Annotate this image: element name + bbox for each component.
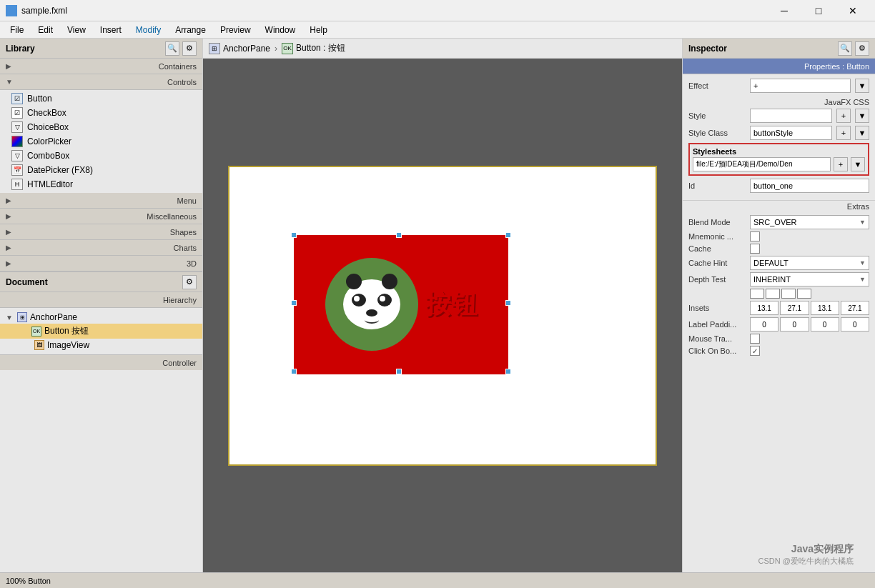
menu-insert[interactable]: Insert xyxy=(93,24,129,36)
insets-val4[interactable]: 27.1 xyxy=(841,301,869,315)
section-shapes[interactable]: ▶ Shapes xyxy=(0,224,202,240)
menu-help[interactable]: Help xyxy=(302,24,335,36)
style-field[interactable] xyxy=(750,109,832,123)
inspector-search-button[interactable]: 🔍 xyxy=(838,41,852,56)
section-3d[interactable]: ▶ 3D xyxy=(0,256,202,271)
label-pad-val4[interactable]: 0 xyxy=(841,317,869,332)
style-plus[interactable]: + xyxy=(836,109,851,123)
style-dropdown[interactable]: ▼ xyxy=(855,109,869,123)
menu-view[interactable]: View xyxy=(60,24,93,36)
mouse-tra-checkbox[interactable] xyxy=(750,334,760,344)
inspector-settings-button[interactable]: ⚙ xyxy=(855,41,869,56)
stylesheets-field[interactable]: file:/E:/预IDEA项目/Demo/Den xyxy=(693,157,831,171)
document-settings-button[interactable]: ⚙ xyxy=(182,275,197,289)
mnemonic-checkbox[interactable] xyxy=(750,231,760,241)
handle-bm[interactable] xyxy=(396,369,402,374)
combobox-item-icon: ▽ xyxy=(11,150,23,161)
cache-hint-select[interactable]: DEFAULT ▼ xyxy=(750,256,869,270)
item-combobox[interactable]: ▽ ComboBox xyxy=(0,149,202,163)
library-search-button[interactable]: 🔍 xyxy=(165,41,179,56)
bottom-status: 100% Button xyxy=(6,577,51,585)
insets-values: 13.1 27.1 13.1 27.1 xyxy=(750,301,869,315)
menu-modify[interactable]: Modify xyxy=(129,24,168,36)
menu-edit[interactable]: Edit xyxy=(31,24,60,36)
cache-hint-label: Cache Hint xyxy=(688,259,746,267)
insets-val3[interactable]: 13.1 xyxy=(811,301,839,315)
insets-check1[interactable] xyxy=(750,289,764,299)
click-on-bo-checkbox[interactable]: ✓ xyxy=(750,346,760,356)
breadcrumb-anchorpane-label: AnchorPane xyxy=(223,44,270,54)
styleclass-field[interactable]: buttonStyle xyxy=(750,126,832,140)
properties-text: Properties : Button xyxy=(804,62,869,71)
handle-ml[interactable] xyxy=(291,300,297,306)
tree-anchorpane[interactable]: ▼ ⊞ AnchorPane xyxy=(0,311,202,324)
close-button[interactable]: ✕ xyxy=(836,0,869,21)
minimize-button[interactable]: ─ xyxy=(768,0,801,21)
depth-test-label: Depth Test xyxy=(688,275,746,284)
item-choicebox[interactable]: ▽ ChoiceBox xyxy=(0,120,202,134)
section-misc[interactable]: ▶ Miscellaneous xyxy=(0,209,202,224)
label-pad-val2[interactable]: 0 xyxy=(780,317,809,332)
design-canvas[interactable]: 按钮 xyxy=(228,166,657,466)
menu-preview[interactable]: Preview xyxy=(213,24,258,36)
item-checkbox[interactable]: ☑ CheckBox xyxy=(0,106,202,120)
maximize-button[interactable]: □ xyxy=(802,0,835,21)
effect-plus: + xyxy=(753,81,758,90)
item-button[interactable]: ☑ Button xyxy=(0,91,202,106)
menu-file[interactable]: File xyxy=(3,24,31,36)
handle-mr[interactable] xyxy=(505,300,511,306)
item-htmleditor[interactable]: H HTMLEditor xyxy=(0,177,202,191)
item-colorpicker[interactable]: ColorPicker xyxy=(0,134,202,149)
label-pad-val3[interactable]: 0 xyxy=(811,317,839,332)
section-charts[interactable]: ▶ Charts xyxy=(0,240,202,256)
controller-bar: Controller xyxy=(0,354,202,370)
insets-val1[interactable]: 13.1 xyxy=(750,301,778,315)
tree-button[interactable]: OK Button 按钮 xyxy=(0,324,202,339)
library-settings-button[interactable]: ⚙ xyxy=(182,41,197,56)
label-pad-val1[interactable]: 0 xyxy=(750,317,778,332)
handle-tm[interactable] xyxy=(396,232,402,238)
stylesheets-dropdown[interactable]: ▼ xyxy=(851,157,865,171)
breadcrumb-button[interactable]: OK Button : 按钮 xyxy=(282,42,345,54)
handle-br[interactable] xyxy=(505,369,511,374)
menu-window[interactable]: Window xyxy=(258,24,303,36)
insets-val2[interactable]: 27.1 xyxy=(780,301,809,315)
combobox-label: ComboBox xyxy=(27,151,69,161)
hierarchy-label: Hierarchy xyxy=(163,296,197,304)
menu-arrow: ▶ xyxy=(6,196,11,204)
insets-check4[interactable] xyxy=(797,289,811,299)
handle-tl[interactable] xyxy=(291,232,297,238)
panda-ear-right xyxy=(382,274,397,289)
stylesheets-plus[interactable]: + xyxy=(834,157,848,171)
effect-field[interactable]: + xyxy=(750,79,851,93)
anchorpane-toggle[interactable]: ▼ xyxy=(6,314,14,322)
preview-button[interactable]: 按钮 xyxy=(294,235,508,374)
insets-check2[interactable] xyxy=(766,289,780,299)
cache-checkbox[interactable] xyxy=(750,244,760,254)
effect-dropdown[interactable]: ▼ xyxy=(855,79,869,93)
menu-arrange[interactable]: Arrange xyxy=(168,24,213,36)
depth-test-select[interactable]: INHERINT ▼ xyxy=(750,272,869,286)
id-field[interactable]: button_one xyxy=(750,179,869,193)
section-containers[interactable]: ▶ Containers xyxy=(0,59,202,74)
window-title: sample.fxml xyxy=(21,6,67,16)
section-menu[interactable]: ▶ Menu xyxy=(0,193,202,209)
styleclass-plus[interactable]: + xyxy=(836,126,851,140)
tree-imageview[interactable]: 🖼 ImageView xyxy=(0,339,202,352)
inspector-scroll-space xyxy=(683,361,875,572)
library-title: Library xyxy=(6,44,35,54)
section-controls[interactable]: ▼ Controls xyxy=(0,74,202,90)
breadcrumb-anchorpane[interactable]: ⊞ AnchorPane xyxy=(209,43,270,54)
item-datepicker[interactable]: 📅 DatePicker (FX8) xyxy=(0,163,202,177)
handle-bl[interactable] xyxy=(291,369,297,374)
insets-check-row xyxy=(688,289,869,299)
blend-mode-select[interactable]: SRC_OVER ▼ xyxy=(750,215,869,229)
cache-hint-row: Cache Hint DEFAULT ▼ xyxy=(688,256,869,270)
handle-tr[interactable] xyxy=(505,232,511,238)
styleclass-dropdown[interactable]: ▼ xyxy=(855,126,869,140)
datepicker-item-icon: 📅 xyxy=(11,164,23,176)
properties-bar: Properties : Button xyxy=(683,59,875,74)
javafx-css-row: JavaFX CSS xyxy=(688,96,869,109)
library-icons: 🔍 ⚙ xyxy=(165,41,197,56)
insets-check3[interactable] xyxy=(781,289,796,299)
